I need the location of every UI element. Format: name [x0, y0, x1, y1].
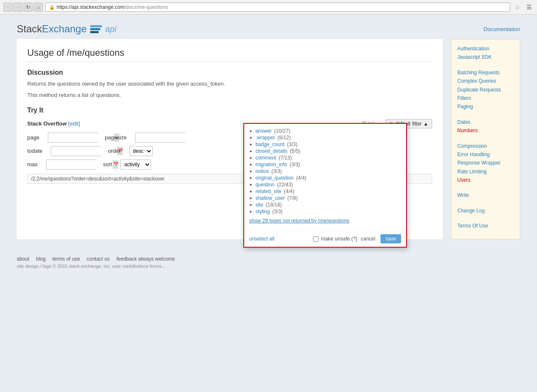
footer-feedback-link[interactable]: feedback always welcome [116, 256, 175, 262]
dropdown-left-actions: unselect all [249, 236, 274, 242]
filter-item-related_site[interactable]: ►related_site (4/4) [249, 188, 401, 194]
filter-item-shallow_user[interactable]: ►shallow_user (7/8) [249, 195, 401, 201]
sidebar-item-response-wrapper[interactable]: Response Wrapper [457, 159, 514, 167]
logo-bar-1 [90, 25, 102, 27]
documentation-link[interactable]: Documentation [484, 26, 520, 32]
make-unsafe-checkbox[interactable] [313, 236, 318, 242]
filter-item-styling[interactable]: ►styling (3/3) [249, 209, 401, 214]
save-button[interactable]: save [381, 234, 401, 243]
browser-chrome: ← → ↻ ⌂ 🔒 https://api.stackexchange.com/… [0, 0, 537, 15]
edit-link[interactable]: [edit] [68, 120, 80, 127]
filter-items-list: ►answer (10/27)►.wrapper (8/12)►badge_co… [249, 128, 401, 214]
filter-item-tri: ► [249, 129, 253, 133]
filter-item-count: (7/8) [287, 195, 298, 201]
filter-item-name: closed_details [255, 148, 287, 154]
filter-item-tri: ► [249, 162, 253, 167]
sidebar-item-rate-limiting[interactable]: Rate Limiting [457, 167, 514, 176]
lock-icon: 🔒 [49, 5, 55, 10]
order-select[interactable]: desc asc [129, 146, 153, 156]
sidebar-item-batching[interactable]: Batching Requests [457, 68, 514, 77]
cancel-link[interactable]: cancel [361, 236, 375, 242]
filter-dropdown-inner: ►answer (10/27)►.wrapper (8/12)►badge_co… [244, 124, 406, 228]
sidebar-item-compression[interactable]: Compression [457, 142, 514, 150]
filter-item-question[interactable]: ►question (22/43) [249, 182, 401, 188]
pagesize-input[interactable] [136, 133, 202, 142]
menu-icon[interactable]: ☰ [524, 3, 534, 12]
address-bar[interactable]: 🔒 https://api.stackexchange.com/docs/me-… [45, 3, 510, 12]
sidebar-item-dates[interactable]: Dates [457, 118, 514, 126]
filter-item-name: notice [255, 168, 269, 174]
filter-item-migration_info[interactable]: ►migration_info (3/3) [249, 162, 401, 167]
filter-item-name: badge_count [255, 141, 284, 147]
sort-select[interactable]: activity creation votes [120, 159, 151, 170]
sidebar-item-duplicate[interactable]: Duplicate Requests [457, 86, 514, 94]
header-nav: Documentation [484, 26, 520, 32]
filter-item-count: (5/5) [290, 148, 300, 154]
unselect-all-link[interactable]: unselect all [249, 236, 274, 242]
footer-contact-link[interactable]: contact us [87, 256, 110, 262]
filter-item-badge_count[interactable]: ►badge_count (3/3) [249, 141, 401, 147]
filter-item-closed_details[interactable]: ►closed_details (5/5) [249, 148, 401, 154]
filter-item-wrapper[interactable]: ►.wrapper (8/12) [249, 135, 401, 141]
make-unsafe-wrapper: make unsafe (?) [313, 236, 357, 242]
sidebar-item-change-log[interactable]: Change Log [457, 206, 514, 215]
sidebar-item-error-handling[interactable]: Error Handling [457, 150, 514, 159]
sidebar-item-numbers[interactable]: Numbers [457, 126, 514, 135]
logo-text: StackExchange [17, 23, 87, 35]
home-button[interactable]: ⌂ [34, 3, 43, 12]
sidebar-item-javascript-sdk[interactable]: Javascript SDK [457, 53, 514, 61]
sidebar-item-terms-of-use[interactable]: Terms Of Use [457, 222, 514, 230]
sort-label: sort [103, 161, 114, 167]
sidebar-section-7: Terms Of Use [457, 222, 514, 230]
sidebar-item-filters[interactable]: Filters [457, 94, 514, 102]
sidebar: Authentication Javascript SDK Batching R… [451, 39, 520, 239]
filter-item-tri: ► [249, 169, 253, 173]
stack-overflow-label: Stack Overflow [edit] [27, 120, 80, 127]
max-input-wrapper: 📅 [46, 159, 96, 170]
forward-button[interactable]: → [13, 3, 23, 12]
sidebar-section-5: Write [457, 191, 514, 199]
filter-item-original_question[interactable]: ►original_question (4/4) [249, 175, 401, 181]
footer-terms-link[interactable]: terms of use [52, 256, 80, 262]
filter-item-count: (22/43) [277, 182, 293, 188]
footer-about-link[interactable]: about [17, 256, 29, 262]
filter-item-answer[interactable]: ►answer (10/27) [249, 128, 401, 134]
filter-item-count: (3/3) [289, 162, 300, 167]
back-button[interactable]: ← [3, 3, 13, 12]
filter-item-name: original_question [255, 175, 294, 181]
bookmark-star-icon[interactable]: ☆ [513, 3, 522, 12]
filter-item-tri: ► [249, 156, 253, 160]
sidebar-item-authentication[interactable]: Authentication [457, 44, 514, 53]
filter-item-comment[interactable]: ►comment (7/13) [249, 155, 401, 161]
address-text: https://api.stackexchange.com/docs/me-qu… [57, 4, 168, 10]
sidebar-item-users[interactable]: Users [457, 176, 514, 184]
sidebar-divider-1 [457, 65, 514, 68]
show-more-link[interactable]: show 29 types not returned by /me/questi… [249, 218, 401, 224]
logo-area: StackExchange api [17, 23, 116, 35]
reload-button[interactable]: ↻ [23, 3, 33, 12]
footer-blog-link[interactable]: blog [36, 256, 46, 262]
filter-item-count: (4/4) [284, 188, 295, 194]
sidebar-divider-5 [457, 203, 514, 206]
pagesize-label: pagesize [105, 134, 128, 141]
filter-item-count: (7/13) [279, 155, 292, 161]
sidebar-item-complex[interactable]: Complex Queries [457, 77, 514, 85]
filter-item-name: comment [255, 155, 276, 161]
dropdown-right-actions: make unsafe (?) cancel save [313, 234, 401, 243]
filter-item-tri: ► [249, 196, 253, 200]
discussion-text-2: This method returns a list of questions. [27, 91, 432, 100]
filter-item-name: question [255, 182, 274, 188]
content-area: Usage of /me/questions Discussion Return… [17, 39, 443, 239]
sidebar-section-1: Authentication Javascript SDK [457, 44, 514, 62]
filter-item-tri: ► [249, 209, 253, 214]
filter-item-notice[interactable]: ►notice (3/3) [249, 168, 401, 174]
footer-copyright: site design / logo © 2015 stack exchange… [17, 264, 520, 269]
sidebar-divider-6 [457, 218, 514, 222]
filter-item-site[interactable]: ►site (18/18) [249, 202, 401, 208]
sidebar-divider-2 [457, 115, 514, 118]
sidebar-item-write[interactable]: Write [457, 191, 514, 199]
sidebar-item-paging[interactable]: Paging [457, 102, 514, 111]
filter-item-tri: ► [249, 189, 253, 193]
discussion-text-1: Returns the questions owned by the user … [27, 80, 432, 89]
page-label: page [27, 134, 41, 141]
